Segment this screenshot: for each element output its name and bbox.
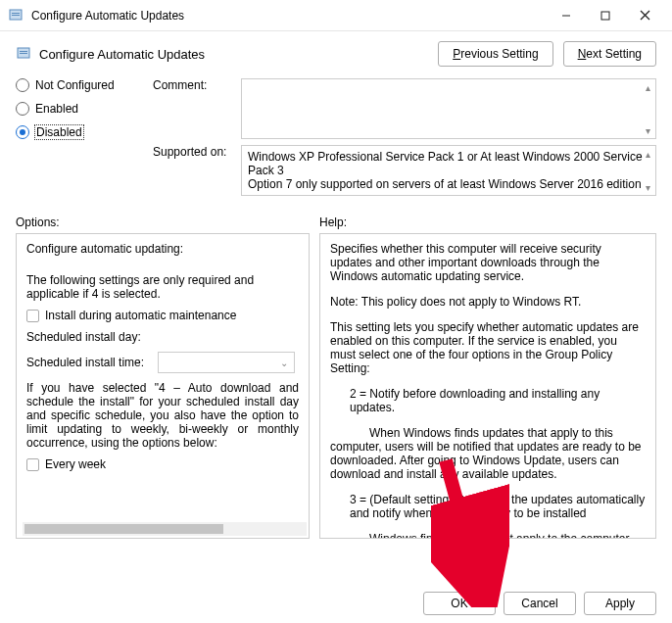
- checkbox-icon: [26, 310, 39, 322]
- radio-enabled[interactable]: Enabled: [16, 102, 129, 116]
- help-text: 2 = Notify before downloading and instal…: [350, 387, 646, 414]
- radio-label: Not Configured: [35, 78, 115, 92]
- install-day-label: Scheduled install day:: [26, 330, 150, 344]
- options-label: Options:: [16, 216, 319, 229]
- comment-label: Comment:: [153, 78, 241, 139]
- window-title: Configure Automatic Updates: [31, 9, 547, 23]
- policy-icon: [16, 46, 31, 62]
- svg-rect-9: [20, 53, 27, 54]
- help-text: Specifies whether this computer will rec…: [330, 242, 646, 283]
- radio-group: Not Configured Enabled Disabled: [16, 78, 129, 202]
- svg-rect-1: [12, 13, 20, 14]
- help-text: 3 = (Default setting) Download the updat…: [350, 493, 646, 520]
- meta-column: Comment: ▴ ▾ Supported on: Windows XP Pr…: [153, 78, 656, 202]
- previous-setting-button[interactable]: Previous Setting: [438, 41, 552, 67]
- options-required-text: The following settings are only required…: [26, 273, 299, 301]
- help-text: This setting lets you specify whether au…: [330, 320, 646, 375]
- section-labels: Options: Help:: [0, 208, 672, 233]
- header: Configure Automatic Updates Previous Set…: [0, 31, 672, 72]
- help-text: Note: This policy does not apply to Wind…: [330, 295, 646, 309]
- help-text: Windows finds updates that apply to the …: [330, 532, 646, 538]
- footer: OK Cancel Apply: [423, 592, 656, 615]
- maximize-button[interactable]: [586, 1, 625, 30]
- panels: Configure automatic updating: The follow…: [0, 233, 672, 539]
- supported-text: Windows XP Professional Service Pack 1 o…: [241, 145, 656, 196]
- checkbox-label: Every week: [45, 457, 106, 471]
- chevron-down-icon: ⌄: [280, 358, 288, 368]
- comment-row: Comment: ▴ ▾: [153, 78, 656, 139]
- install-day-row: Scheduled install day:: [26, 330, 299, 344]
- scroll-down-icon[interactable]: ▾: [640, 122, 655, 138]
- options-panel: Configure automatic updating: The follow…: [16, 233, 310, 539]
- horizontal-scrollbar[interactable]: [23, 522, 307, 536]
- options-paragraph: If you have selected "4 – Auto download …: [26, 381, 299, 450]
- radio-label: Enabled: [35, 102, 78, 116]
- scroll-down-icon[interactable]: ▾: [640, 179, 655, 195]
- svg-rect-8: [20, 51, 27, 52]
- next-setting-button[interactable]: Next Setting: [563, 41, 656, 67]
- radio-disabled[interactable]: Disabled: [16, 125, 129, 139]
- policy-icon: [8, 8, 24, 24]
- supported-label: Supported on:: [153, 145, 241, 196]
- comment-input[interactable]: ▴ ▾: [241, 78, 656, 139]
- checkbox-maintenance[interactable]: Install during automatic maintenance: [26, 309, 299, 322]
- vertical-scrollbar[interactable]: [642, 234, 655, 538]
- radio-icon: [16, 78, 29, 92]
- minimize-button[interactable]: [547, 1, 586, 30]
- help-label: Help:: [319, 216, 347, 229]
- radio-not-configured[interactable]: Not Configured: [16, 78, 129, 92]
- window-controls: [547, 1, 664, 30]
- checkbox-label: Install during automatic maintenance: [45, 309, 236, 322]
- radio-label: Disabled: [35, 125, 83, 139]
- help-panel: Specifies whether this computer will rec…: [319, 233, 656, 539]
- svg-rect-2: [12, 15, 20, 16]
- config-section: Not Configured Enabled Disabled Comment:…: [0, 72, 672, 208]
- install-time-select[interactable]: ⌄: [158, 352, 295, 373]
- options-heading: Configure automatic updating:: [26, 242, 299, 256]
- radio-icon: [16, 102, 29, 116]
- close-button[interactable]: [625, 1, 664, 30]
- radio-icon: [16, 125, 29, 139]
- help-text: When Windows finds updates that apply to…: [330, 426, 646, 481]
- install-time-row: Scheduled install time: ⌄: [26, 352, 299, 373]
- cancel-button[interactable]: Cancel: [504, 592, 576, 615]
- scroll-up-icon[interactable]: ▴: [640, 146, 655, 162]
- scroll-up-icon[interactable]: ▴: [640, 79, 655, 95]
- checkbox-icon: [26, 458, 39, 471]
- checkbox-every-week[interactable]: Every week: [26, 457, 299, 471]
- page-title: Configure Automatic Updates: [39, 47, 428, 62]
- svg-rect-4: [601, 12, 609, 20]
- ok-button[interactable]: OK: [423, 592, 496, 615]
- supported-row: Supported on: Windows XP Professional Se…: [153, 145, 656, 196]
- titlebar: Configure Automatic Updates: [0, 0, 672, 31]
- install-time-label: Scheduled install time:: [26, 356, 150, 369]
- scrollbar-thumb[interactable]: [24, 524, 223, 534]
- apply-button[interactable]: Apply: [584, 592, 656, 615]
